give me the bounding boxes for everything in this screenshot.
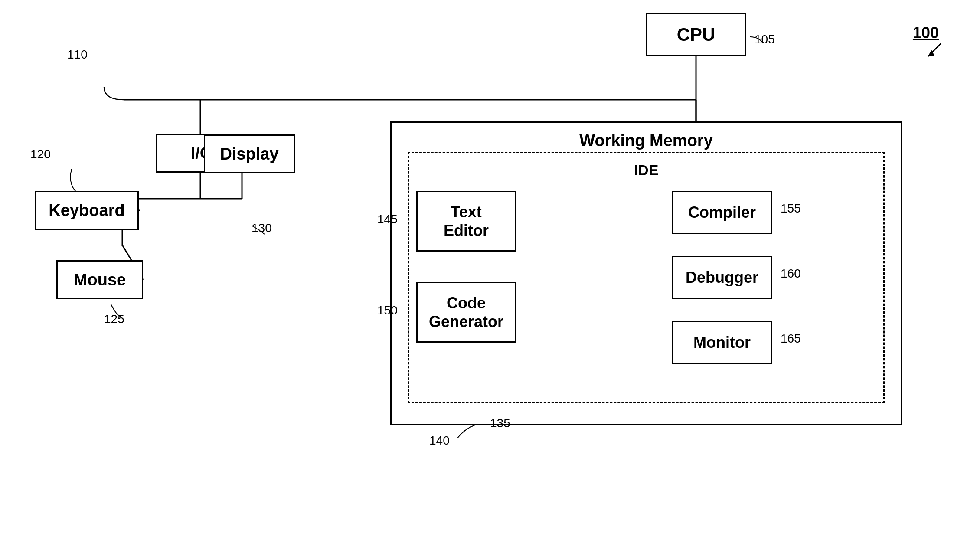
ref-label-105: 105 [755, 33, 775, 46]
ref-label-155: 155 [781, 202, 801, 216]
ide-box: IDE [408, 152, 885, 403]
diagram-container: 100 CPU 105 110 I/O 115 Display 130 120 … [0, 0, 980, 543]
keyboard-label: Keyboard [49, 201, 124, 220]
ref-label-160: 160 [781, 267, 801, 281]
mouse-label: Mouse [74, 271, 126, 289]
ref-label-100: 100 [913, 24, 939, 42]
ref-label-130: 130 [252, 221, 272, 235]
ref-label-120: 120 [30, 147, 51, 161]
ide-title: IDE [634, 162, 659, 179]
mouse-box: Mouse [56, 260, 143, 299]
text-editor-label: TextEditor [444, 203, 489, 240]
ref-label-140: 140 [429, 434, 450, 448]
monitor-label: Monitor [693, 334, 751, 352]
cpu-label: CPU [677, 24, 715, 45]
cpu-box: CPU [646, 13, 746, 56]
code-generator-label: CodeGenerator [429, 294, 503, 331]
display-label: Display [220, 145, 278, 164]
ref-label-145: 145 [377, 213, 398, 226]
ref-label-110: 110 [67, 48, 88, 62]
code-generator-box: CodeGenerator [416, 282, 516, 343]
ref-label-135: 135 [490, 416, 510, 430]
text-editor-box: TextEditor [416, 191, 516, 252]
compiler-label: Compiler [688, 203, 756, 222]
ref-label-150: 150 [377, 304, 398, 317]
display-box: Display [204, 134, 295, 173]
compiler-box: Compiler [672, 191, 772, 234]
working-memory-title: Working Memory [579, 131, 713, 150]
debugger-label: Debugger [686, 268, 758, 287]
ref-label-125: 125 [104, 312, 124, 326]
debugger-box: Debugger [672, 256, 772, 299]
monitor-box: Monitor [672, 321, 772, 364]
svg-marker-11 [928, 50, 934, 56]
keyboard-box: Keyboard [35, 191, 139, 230]
ref-label-165: 165 [781, 332, 801, 346]
